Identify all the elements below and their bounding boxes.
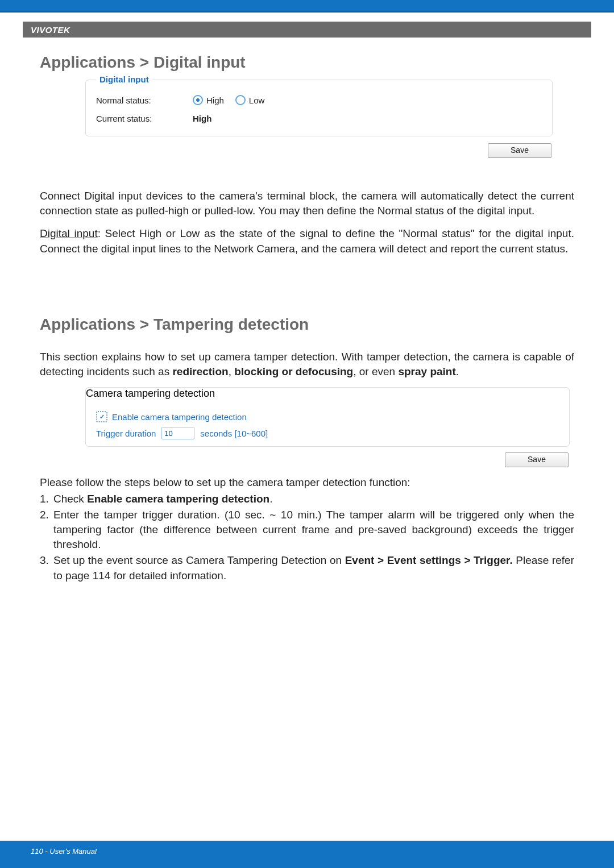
doc-header: VIVOTEK <box>23 22 591 38</box>
spacer <box>40 264 574 315</box>
enable-tampering-checkbox[interactable] <box>96 411 107 422</box>
tampering-legend: Camera tampering detection <box>86 388 569 400</box>
step-3-number: 3. <box>40 553 53 583</box>
spacer <box>40 342 574 350</box>
tampering-p1-end: . <box>456 366 459 377</box>
step-1-c: . <box>269 493 272 505</box>
brand-label: VIVOTEK <box>31 25 70 35</box>
step-2-number: 2. <box>40 508 53 553</box>
trigger-duration-row: Trigger duration 10 seconds [10~600] <box>96 427 559 439</box>
save-button[interactable]: Save <box>505 452 569 467</box>
normal-status-row: Normal status: High Low <box>96 92 542 109</box>
step-1-number: 1. <box>40 492 53 506</box>
normal-status-label: Normal status: <box>96 95 193 105</box>
page-content: Applications > Digital input Digital inp… <box>40 53 574 584</box>
tampering-p1-bold3: spray paint <box>398 366 455 377</box>
radio-low[interactable] <box>235 95 246 105</box>
tampering-p1-mid: , <box>229 366 235 377</box>
current-status-row: Current status: High <box>96 110 542 127</box>
digital-input-term: Digital input <box>40 227 98 239</box>
steps-intro: Please follow the steps below to set up … <box>40 475 574 490</box>
tampering-paragraph-1: This section explains how to set up came… <box>40 350 574 379</box>
trigger-duration-units: seconds [10~600] <box>200 429 268 438</box>
step-3-text: Set up the event source as Camera Tamper… <box>53 553 574 583</box>
step-1: 1. Check Enable camera tampering detecti… <box>40 492 574 506</box>
tampering-fieldset: Camera tampering detection Enable camera… <box>85 387 570 447</box>
top-accent <box>0 0 614 13</box>
section-heading-tampering: Applications > Tampering detection <box>40 315 574 334</box>
radio-high-label: High <box>206 95 224 105</box>
tampering-body: Enable camera tampering detection Trigge… <box>86 400 569 446</box>
step-3-a: Set up the event source as Camera Tamper… <box>53 554 345 566</box>
radio-low-label: Low <box>249 95 265 105</box>
steps-list: 1. Check Enable camera tampering detecti… <box>40 492 574 583</box>
digital-input-paragraph-2-tail: : Select High or Low as the state of the… <box>40 227 574 254</box>
footer-text: 110 - User's Manual <box>31 847 97 855</box>
step-1-a: Check <box>53 493 87 505</box>
trigger-duration-label: Trigger duration <box>96 429 156 438</box>
section-heading-digital-input: Applications > Digital input <box>40 53 574 72</box>
trigger-duration-input[interactable]: 10 <box>161 427 194 439</box>
tampering-p1-bold1: redirection <box>172 366 228 377</box>
digital-input-paragraph-1: Connect Digital input devices to the cam… <box>40 189 574 218</box>
digital-input-paragraph-2: Digital input: Select High or Low as the… <box>40 226 574 256</box>
page: VIVOTEK Applications > Digital input Dig… <box>0 0 614 868</box>
step-3: 3. Set up the event source as Camera Tam… <box>40 553 574 583</box>
tampering-p1-bold2: blocking or defocusing <box>234 366 353 377</box>
spacer <box>40 158 574 189</box>
step-1-text: Check Enable camera tampering detection. <box>53 492 574 506</box>
normal-status-radio-group: High Low <box>193 95 264 105</box>
spacer <box>40 467 574 475</box>
enable-tampering-row: Enable camera tampering detection <box>96 411 559 422</box>
digital-input-legend: Digital input <box>96 74 152 84</box>
digital-input-fieldset: Digital input Normal status: High Low Cu… <box>85 80 553 136</box>
current-status-value: High <box>193 114 211 123</box>
step-1-b: Enable camera tampering detection <box>87 493 269 505</box>
tampering-p1-after: , or even <box>353 366 398 377</box>
step-2: 2. Enter the tamper trigger duration. (1… <box>40 508 574 553</box>
step-2-text: Enter the tamper trigger duration. (10 s… <box>53 508 574 553</box>
enable-tampering-label: Enable camera tampering detection <box>112 412 247 422</box>
footer-band: 110 - User's Manual <box>0 841 614 868</box>
digital-input-save-row: Save <box>85 143 551 158</box>
save-button[interactable]: Save <box>488 143 551 158</box>
digital-input-body: Normal status: High Low Current status: … <box>86 80 552 136</box>
step-3-b: Event > Event settings > Trigger. <box>345 554 513 566</box>
tampering-save-row: Save <box>85 452 569 467</box>
radio-high[interactable] <box>193 95 203 105</box>
current-status-label: Current status: <box>96 114 193 123</box>
